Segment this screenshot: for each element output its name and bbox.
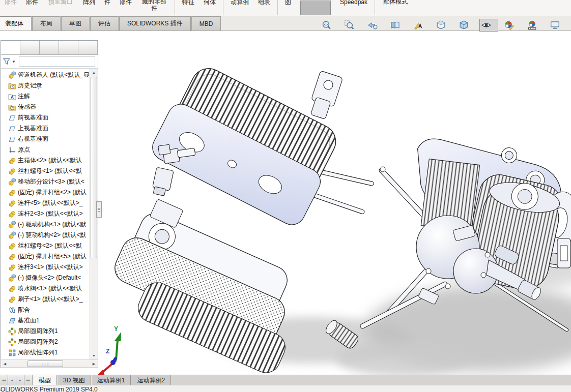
tree-item-label: (固定) 撑开杆组<5> (默认 bbox=[18, 252, 87, 261]
command-tab[interactable]: 草图 bbox=[61, 16, 90, 31]
scroll-up-icon[interactable]: ▲ bbox=[90, 69, 98, 76]
tree-item[interactable]: ▸ 传感器 bbox=[1, 102, 90, 112]
ribbon-button[interactable]: 何体 ▼ bbox=[204, 0, 216, 13]
tree-item[interactable]: ▸ (-) 驱动机构<1> (默认<默 bbox=[1, 219, 90, 230]
tree-item[interactable]: ▸ (-) 驱动机构<2> (默认<默 bbox=[1, 230, 90, 240]
tree-horizontal-scrollbar[interactable]: ◀ | | | ▶ bbox=[1, 359, 98, 368]
filter-funnel-icon[interactable] bbox=[3, 57, 11, 66]
pipe-robot-model[interactable]: Y Z X bbox=[97, 31, 571, 375]
scroll-right-icon[interactable]: ▶ bbox=[90, 360, 98, 368]
tab-nav-button[interactable]: ◂◂ bbox=[0, 375, 8, 385]
panel-tab[interactable] bbox=[78, 41, 98, 54]
ribbon-button[interactable]: 阵列 ▼ bbox=[83, 0, 95, 13]
ribbon-button[interactable]: 配体模式 ▼ bbox=[382, 0, 409, 12]
ribbon-button[interactable]: 特征 ▼ bbox=[182, 0, 194, 13]
tree-item[interactable]: ▸ 历史记录 bbox=[1, 80, 90, 91]
study-tab[interactable]: 3D 视图 bbox=[57, 375, 91, 385]
ribbon-button[interactable]: 部件 ▼ bbox=[26, 0, 38, 13]
view-tool-button[interactable]: ▼ bbox=[388, 19, 407, 32]
panel-tab[interactable] bbox=[40, 41, 59, 54]
tree-item[interactable]: ▸ 右视基准面 bbox=[1, 134, 90, 144]
ribbon-button[interactable]: Speedpak ▼ bbox=[340, 0, 367, 13]
tree-item[interactable]: ▸ 连杆3<1> (默认<<默认> bbox=[1, 262, 90, 273]
command-tab[interactable]: 布局 bbox=[32, 16, 61, 31]
panel-tab-icon bbox=[64, 43, 73, 52]
command-tab[interactable]: SOLIDWORKS 插件 bbox=[119, 16, 191, 31]
command-tab[interactable]: 装配体 bbox=[0, 16, 32, 31]
tree-item[interactable]: ▸ 丝杠螺母<1> (默认<<默 bbox=[1, 166, 90, 176]
ribbon-button[interactable]: 图 ▼ bbox=[285, 0, 291, 13]
dropdown-arrow-icon[interactable]: ▼ bbox=[12, 59, 16, 64]
tree-item-icon bbox=[8, 285, 16, 293]
study-tab[interactable]: 模型 bbox=[33, 375, 57, 385]
view-tool-button[interactable]: ▼ bbox=[365, 19, 384, 32]
tree-item[interactable]: ▸ 连杆2<3> (默认<<默认> bbox=[1, 208, 90, 219]
tree-item[interactable]: ▸ 原点 bbox=[1, 144, 90, 155]
tree-item[interactable]: ▸ 移动部分设计<3> (默认< bbox=[1, 176, 90, 187]
tree-item[interactable]: ▸ 基准面1 bbox=[1, 315, 90, 326]
tree-item-label: (-) 驱动机构<1> (默认<默 bbox=[18, 220, 86, 229]
panel-splitter-handle[interactable] bbox=[96, 201, 102, 218]
tree-item[interactable]: ▸ (固定) 撑开杆组<5> (默认 bbox=[1, 251, 90, 262]
view-tool-button[interactable]: ▼ bbox=[502, 19, 521, 32]
scrollbar-thumb[interactable]: | | | bbox=[27, 360, 63, 367]
view-tool-button[interactable]: ▼ bbox=[320, 19, 338, 32]
tree-item[interactable]: ▸ 上视基准面 bbox=[1, 123, 90, 134]
scrollbar-thumb[interactable] bbox=[91, 77, 97, 258]
tab-nav-button[interactable]: ◂ bbox=[8, 375, 16, 385]
tree-item[interactable]: ▸ 喷水阀<1> (默认<<默认 bbox=[1, 283, 90, 294]
study-tab[interactable]: 运动算例2 bbox=[131, 375, 171, 385]
tree-item[interactable]: ▸ 管道机器人 (默认<默认_显示 bbox=[1, 70, 90, 80]
ribbon-button[interactable]: 动算例 ▼ bbox=[231, 0, 249, 13]
tree-item[interactable]: ▸ 局部圆周阵列2 bbox=[1, 337, 90, 347]
ribbon-button-label: 部件 bbox=[5, 0, 17, 6]
ribbon-button-label: 藏的零部件 bbox=[141, 0, 167, 12]
view-tool-button[interactable]: ▼ bbox=[457, 19, 476, 32]
tree-item[interactable]: ▸ (-) 摄像头<2> (Default< bbox=[1, 273, 90, 283]
view-tool-icon bbox=[459, 20, 469, 31]
tree-item[interactable]: ▸ 配合 bbox=[1, 305, 90, 315]
tree-item-icon bbox=[8, 71, 16, 79]
tree-item[interactable]: ▸ 刷子<1> (默认<<默认>_ bbox=[1, 294, 90, 305]
tree-item[interactable]: ▸ (固定) 撑开杆组<2> (默认 bbox=[1, 187, 90, 198]
study-tab[interactable]: 运动算例1 bbox=[91, 375, 131, 385]
ribbon-button[interactable]: 件 ▼ bbox=[104, 0, 110, 13]
scroll-left-icon[interactable]: ◀ bbox=[1, 360, 9, 368]
view-tool-button[interactable]: ▼ bbox=[548, 19, 567, 32]
command-tab[interactable]: 评估 bbox=[90, 16, 119, 31]
ribbon-button[interactable]: 部件 ▼ bbox=[5, 0, 17, 13]
tree-item[interactable]: ▸ 前视基准面 bbox=[1, 112, 90, 123]
ribbon-button[interactable]: ▼ bbox=[277, 0, 278, 15]
view-tool-button[interactable]: ▼ bbox=[479, 19, 498, 32]
view-tool-button[interactable]: ▼ bbox=[525, 19, 544, 32]
tree-item[interactable]: ▸ 主箱体<2> (默认<<默认 bbox=[1, 155, 90, 166]
command-tab[interactable]: MBD bbox=[191, 16, 221, 31]
ribbon-button[interactable]: ▼ bbox=[223, 0, 223, 15]
tree-item-icon bbox=[8, 295, 16, 304]
tree-item[interactable]: ▸ 局部线性阵列1 bbox=[1, 347, 90, 358]
tree-item[interactable]: ▸ 连杆<5> (默认<<默认>_ bbox=[1, 198, 90, 208]
view-tool-button[interactable]: ▼ bbox=[411, 19, 430, 32]
tree-item[interactable]: ▸ 丝杠螺母<2> (默认<<默 bbox=[1, 240, 90, 251]
ribbon-button[interactable]: ▼ bbox=[375, 0, 375, 15]
ribbon-button[interactable]: 部件 ▼ bbox=[120, 0, 132, 13]
filter-input[interactable] bbox=[19, 56, 95, 67]
study-tab-label: 运动算例1 bbox=[97, 376, 125, 385]
tab-nav-button[interactable]: ▸ bbox=[16, 375, 24, 385]
tree-item[interactable]: ▸ 局部圆周阵列1 bbox=[1, 326, 90, 337]
ribbon-button[interactable]: ▼ bbox=[175, 0, 175, 15]
view-tool-button[interactable]: ▼ bbox=[342, 19, 361, 32]
ribbon-button[interactable]: 预览窗口 ▼ bbox=[47, 0, 74, 12]
ribbon-button[interactable]: 细表 ▼ bbox=[258, 0, 270, 13]
view-tool-button[interactable]: ▼ bbox=[434, 19, 453, 32]
tab-nav-button[interactable]: ▸▸ bbox=[24, 375, 33, 385]
panel-tab[interactable] bbox=[59, 41, 78, 54]
ribbon-button[interactable]: 藏的零部件 ▼ bbox=[141, 0, 167, 17]
tree-item-label: (-) 驱动机构<2> (默认<默 bbox=[18, 231, 86, 239]
scroll-down-icon[interactable]: ▼ bbox=[90, 352, 98, 359]
panel-tab[interactable] bbox=[20, 41, 40, 54]
ribbon-button[interactable]: ▼ bbox=[300, 1, 331, 15]
panel-tab[interactable] bbox=[1, 41, 20, 54]
tree-item[interactable]: ▸ 注解 bbox=[1, 91, 90, 102]
tree-item-label: 右视基准面 bbox=[18, 135, 48, 143]
